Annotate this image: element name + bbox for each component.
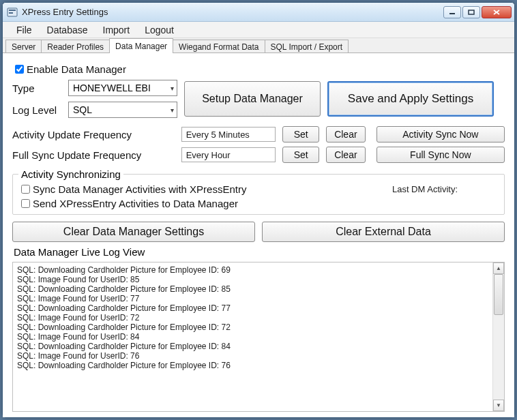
clear-dm-settings-button[interactable]: Clear Data Manager Settings	[12, 222, 255, 242]
svg-rect-2	[9, 12, 13, 14]
log-line: SQL: Image Found for UserID: 72	[17, 313, 500, 322]
log-line: SQL: Downloading Cardholder Picture for …	[17, 265, 500, 275]
app-window: XPress Entry Settings File Database Impo…	[2, 2, 515, 418]
sync-dm-to-xpress-label: Sync Data Manager Activities with XPress…	[33, 183, 246, 195]
activity-sync-now-button[interactable]: Activity Sync Now	[376, 126, 505, 142]
save-apply-settings-button[interactable]: Save and Apply Settings	[327, 81, 494, 117]
fullsync-set-button[interactable]: Set	[282, 147, 319, 163]
menu-import[interactable]: Import	[96, 23, 137, 37]
enable-row: Enable Data Manager	[12, 63, 505, 76]
activity-set-button[interactable]: Set	[282, 126, 319, 142]
enable-label: Enable Data Manager	[27, 63, 126, 75]
svg-rect-4	[469, 10, 474, 14]
setup-data-manager-button[interactable]: Setup Data Manager	[184, 81, 321, 117]
clear-external-data-button[interactable]: Clear External Data	[262, 222, 505, 242]
log-line: SQL: Image Found for UserID: 85	[17, 275, 500, 284]
tab-reader-profiles[interactable]: Reader Profiles	[41, 40, 110, 53]
tab-data-manager[interactable]: Data Manager	[109, 38, 173, 53]
loglevel-label: Log Level	[12, 104, 61, 116]
tab-wiegand-format[interactable]: Wiegand Format Data	[173, 40, 265, 53]
activity-freq-label: Activity Update Frequency	[12, 129, 175, 140]
enable-checkbox[interactable]	[15, 65, 24, 74]
maximize-button[interactable]	[462, 6, 480, 18]
log-line: SQL: Image Found for UserID: 76	[17, 351, 500, 361]
sync-dm-to-xpress-checkbox[interactable]	[21, 185, 30, 194]
fullsync-freq-input[interactable]: Every Hour	[181, 147, 276, 162]
full-sync-now-button[interactable]: Full Sync Now	[376, 147, 505, 163]
tab-body-data-manager: Enable Data Manager Type HONEYWELL EBI L…	[3, 52, 514, 417]
last-dm-activity-label: Last DM Activity:	[392, 184, 458, 194]
tabstrip: Server Reader Profiles Data Manager Wieg…	[3, 38, 514, 53]
scroll-thumb[interactable]	[494, 274, 503, 315]
svg-rect-1	[9, 10, 16, 11]
scroll-down-button[interactable]: ▼	[493, 400, 504, 411]
activity-freq-input[interactable]: Every 5 Minutes	[181, 127, 276, 142]
log-line: SQL: Downloading Cardholder Picture for …	[17, 303, 500, 313]
send-xpress-to-dm-checkbox[interactable]	[21, 199, 30, 208]
activity-sync-legend: Activity Synchronizing	[18, 168, 123, 180]
log-line: SQL: Image Found for UserID: 84	[17, 332, 500, 342]
scroll-track[interactable]	[493, 274, 504, 400]
fullsync-clear-button[interactable]: Clear	[326, 147, 366, 163]
close-button[interactable]	[482, 6, 512, 18]
logview-label: Data Manager Live Log View	[12, 246, 505, 258]
log-line: SQL: Downloading Cardholder Picture for …	[17, 342, 500, 351]
menu-file[interactable]: File	[10, 23, 39, 37]
menubar: File Database Import Logout	[3, 22, 514, 38]
activity-sync-group: Activity Synchronizing Sync Data Manager…	[12, 168, 505, 215]
type-label: Type	[12, 82, 61, 94]
type-select[interactable]: HONEYWELL EBI	[68, 80, 177, 96]
send-xpress-to-dm-label: Send XPressEntry Activities to Data Mana…	[33, 198, 238, 209]
log-line: SQL: Downloading Cardholder Picture for …	[17, 322, 500, 332]
log-line: SQL: Image Found for UserID: 77	[17, 294, 500, 303]
menu-database[interactable]: Database	[40, 23, 95, 37]
tab-sql-import-export[interactable]: SQL Import / Export	[265, 40, 349, 53]
log-line: SQL: Downloading Cardholder Picture for …	[17, 361, 500, 370]
app-icon	[7, 7, 18, 18]
log-line: SQL: Downloading Cardholder Picture for …	[17, 284, 500, 294]
fullsync-freq-label: Full Sync Update Frequency	[12, 149, 175, 161]
minimize-button[interactable]	[443, 6, 461, 18]
menu-logout[interactable]: Logout	[138, 23, 181, 37]
tab-server[interactable]: Server	[5, 40, 42, 53]
svg-rect-3	[449, 13, 455, 14]
activity-clear-button[interactable]: Clear	[326, 126, 366, 142]
loglevel-select[interactable]: SQL	[68, 102, 177, 118]
scroll-up-button[interactable]: ▲	[493, 262, 504, 274]
logview-scrollbar[interactable]: ▲ ▼	[492, 262, 504, 411]
logview: SQL: Downloading Cardholder Picture for …	[12, 262, 505, 412]
titlebar: XPress Entry Settings	[3, 3, 514, 22]
window-title: XPress Entry Settings	[22, 7, 442, 17]
